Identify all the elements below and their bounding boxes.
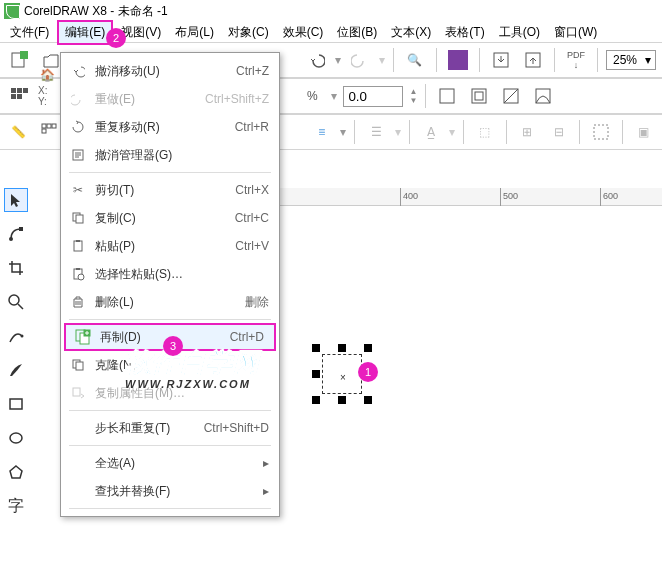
menu-file[interactable]: 文件(F) [4, 22, 55, 43]
text-tool[interactable]: 字 [4, 494, 28, 518]
handle-top-left[interactable] [312, 344, 320, 352]
handle-bot-right[interactable] [364, 396, 372, 404]
svg-point-22 [9, 295, 19, 305]
menu-cut[interactable]: ✂ 剪切(T) Ctrl+X [61, 176, 279, 204]
list-icon[interactable]: ☰ [363, 119, 388, 145]
crop-tool[interactable] [4, 256, 28, 280]
menu-select-all[interactable]: 全选(A) ▸ [61, 449, 279, 477]
pick-tool[interactable] [4, 188, 28, 212]
menu-delete[interactable]: 删除(L) 删除 [61, 288, 279, 316]
handle-top-mid[interactable] [338, 344, 346, 352]
svg-rect-9 [440, 89, 454, 103]
menu-table[interactable]: 表格(T) [439, 22, 490, 43]
rectangle-tool[interactable] [4, 392, 28, 416]
outline-btn-3[interactable] [498, 83, 524, 109]
grid2-icon[interactable] [37, 119, 62, 145]
svg-rect-15 [42, 124, 46, 128]
svg-point-35 [78, 274, 84, 280]
shape-tool[interactable] [4, 222, 28, 246]
new-doc-button[interactable] [6, 47, 32, 73]
menu-bitmap[interactable]: 位图(B) [331, 22, 383, 43]
menu-label: 步长和重复(T) [95, 420, 196, 437]
svg-rect-34 [76, 268, 80, 270]
menu-layout[interactable]: 布局(L) [169, 22, 220, 43]
submenu-arrow-icon: ▸ [263, 456, 269, 470]
launch-button[interactable] [445, 47, 471, 73]
menu-text[interactable]: 文本(X) [385, 22, 437, 43]
group-icon-2[interactable]: ⊟ [546, 119, 571, 145]
ruler-tick: 500 [500, 188, 518, 206]
artistic-media-tool[interactable] [4, 358, 28, 382]
menu-repeat[interactable]: 重复移动(R) Ctrl+R [61, 113, 279, 141]
grid-button[interactable] [6, 83, 32, 109]
menu-object[interactable]: 对象(C) [222, 22, 275, 43]
menu-undo[interactable]: 撤消移动(U) Ctrl+Z [61, 57, 279, 85]
svg-rect-10 [472, 89, 486, 103]
handle-mid-left[interactable] [312, 370, 320, 378]
menu-undo-manager[interactable]: 撤消管理器(G) [61, 141, 279, 169]
align-left-icon[interactable]: ≡ [309, 119, 334, 145]
repeat-icon [69, 118, 87, 136]
polygon-tool[interactable] [4, 460, 28, 484]
handle-bot-left[interactable] [312, 396, 320, 404]
svg-marker-27 [10, 466, 22, 478]
zoom-tool[interactable] [4, 290, 28, 314]
ruler-icon[interactable]: 📏 [6, 119, 31, 145]
text-style-icon[interactable]: A̲ [418, 119, 443, 145]
menu-find-replace[interactable]: 查找并替换(F) ▸ [61, 477, 279, 505]
svg-line-13 [504, 89, 518, 103]
freehand-tool[interactable] [4, 324, 28, 348]
export-button[interactable] [520, 47, 546, 73]
menu-separator [69, 410, 271, 411]
menu-copy[interactable]: 复制(C) Ctrl+C [61, 204, 279, 232]
menu-step-repeat[interactable]: 步长和重复(T) Ctrl+Shift+D [61, 414, 279, 442]
edit-dropdown: 撤消移动(U) Ctrl+Z 重做(E) Ctrl+Shift+Z 重复移动(R… [60, 52, 280, 517]
undo-button[interactable] [303, 47, 329, 73]
menu-paste[interactable]: 粘贴(P) Ctrl+V [61, 232, 279, 260]
svg-rect-4 [11, 88, 16, 93]
handle-bot-mid[interactable] [338, 396, 346, 404]
redo-button[interactable] [347, 47, 373, 73]
ruler-tick: 400 [400, 188, 418, 206]
outline-btn-4[interactable] [530, 83, 556, 109]
container-icon[interactable]: ▣ [631, 119, 656, 145]
svg-rect-21 [19, 227, 23, 231]
home-icon[interactable]: 🏠 [36, 64, 58, 86]
cut-icon: ✂ [69, 181, 87, 199]
menu-shortcut: Ctrl+V [235, 239, 269, 253]
duplicate-icon [74, 328, 92, 346]
submenu-arrow-icon: ▸ [263, 484, 269, 498]
dash-rect-icon[interactable] [588, 119, 613, 145]
menu-paste-special[interactable]: 选择性粘贴(S)… [61, 260, 279, 288]
import-button[interactable] [488, 47, 514, 73]
handle-top-right[interactable] [364, 344, 372, 352]
zoom-select[interactable]: 25%▾ [606, 50, 656, 70]
ruler-tick: 600 [600, 188, 618, 206]
menu-label: 选择性粘贴(S)… [95, 266, 269, 283]
app-icon [4, 3, 20, 19]
menu-label: 重复移动(R) [95, 119, 227, 136]
menu-effect[interactable]: 效果(C) [277, 22, 330, 43]
pdf-button[interactable]: PDF↓ [563, 47, 589, 73]
menu-edit[interactable]: 编辑(E) [57, 20, 113, 45]
outline-btn-1[interactable] [434, 83, 460, 109]
menu-tool[interactable]: 工具(O) [493, 22, 546, 43]
menu-shortcut: Ctrl+R [235, 120, 269, 134]
ellipse-tool[interactable] [4, 426, 28, 450]
annotation-badge-1: 1 [358, 362, 378, 382]
blank-icon [69, 454, 87, 472]
menu-shortcut: 删除 [245, 294, 269, 311]
outline-btn-2[interactable] [466, 83, 492, 109]
search-button[interactable]: 🔍 [402, 47, 428, 73]
docker-panel: 🏠 [34, 60, 60, 86]
svg-point-26 [10, 433, 22, 443]
svg-rect-11 [475, 92, 483, 100]
svg-rect-32 [76, 240, 80, 242]
menu-shortcut: Ctrl+X [235, 183, 269, 197]
watermark-main: 软件自学网 [125, 345, 260, 380]
numeric-input[interactable] [343, 86, 403, 107]
menu-label: 撤消移动(U) [95, 63, 228, 80]
group-icon-1[interactable]: ⊞ [515, 119, 540, 145]
menu-window[interactable]: 窗口(W) [548, 22, 603, 43]
combine-icon[interactable]: ⬚ [472, 119, 497, 145]
